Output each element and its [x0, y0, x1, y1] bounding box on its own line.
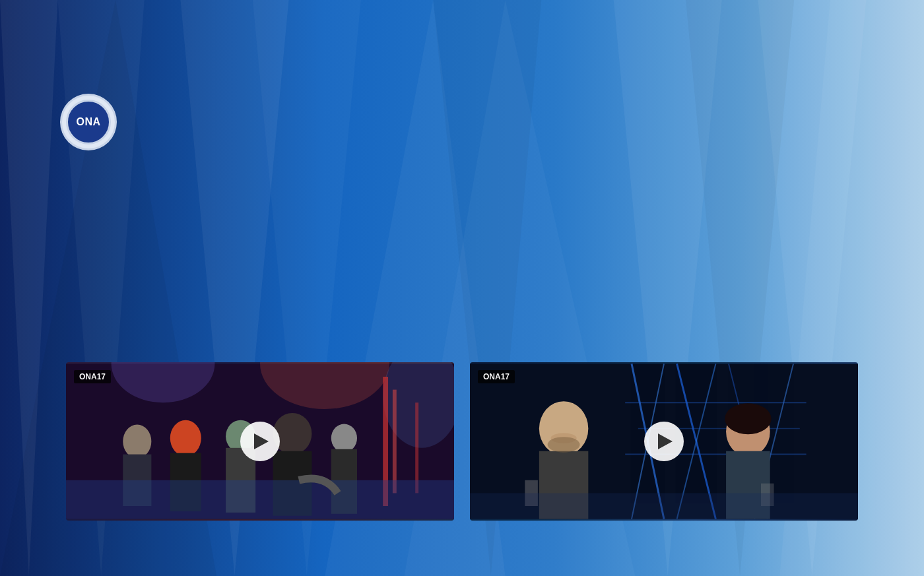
- svg-rect-32: [66, 480, 454, 519]
- video-thumb-2[interactable]: ONA17: [470, 362, 858, 521]
- svg-point-24: [170, 420, 201, 456]
- svg-rect-20: [393, 389, 397, 493]
- video-label-1: ONA17: [74, 370, 111, 383]
- svg-point-22: [123, 424, 151, 458]
- play-icon-2: [658, 433, 673, 449]
- svg-point-49: [725, 403, 772, 434]
- logo-circle: ONA: [66, 100, 111, 144]
- svg-rect-52: [470, 493, 858, 519]
- svg-point-46: [548, 437, 580, 453]
- video-label-2: ONA17: [478, 370, 515, 383]
- video-thumb-1[interactable]: ONA17: [66, 362, 454, 521]
- svg-point-28: [273, 412, 312, 454]
- utility-bar: JOIN | RENEW | LOGIN | DONATE: [40, 56, 884, 86]
- browser-window: JOIN | RENEW | LOGIN | DONATE ONA ONLINE…: [40, 56, 884, 521]
- play-icon-1: [254, 433, 269, 449]
- play-button-1[interactable]: [240, 422, 280, 461]
- logo-text: ONA: [76, 116, 100, 128]
- svg-rect-21: [415, 402, 418, 493]
- svg-point-30: [331, 424, 357, 452]
- play-button-2[interactable]: [644, 422, 684, 461]
